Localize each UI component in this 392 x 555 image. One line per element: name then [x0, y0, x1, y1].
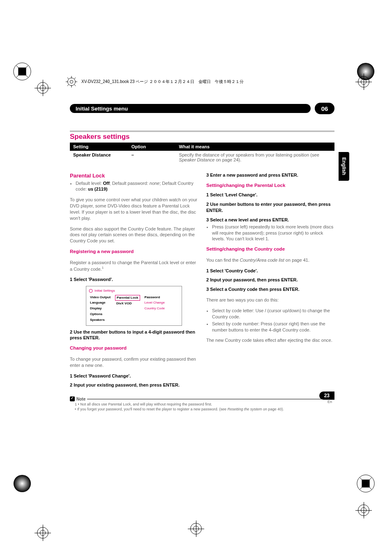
heading-change-password: Changing your password	[70, 345, 198, 352]
language-tab: English	[339, 152, 349, 181]
text-bold: Off	[103, 181, 110, 186]
menu-item: Password	[143, 295, 166, 300]
book-filename-text: XV-DV232_240_131.book 23 ページ ２００４年１２月２４日…	[81, 79, 244, 85]
step: 1 Select 'Password'.	[70, 276, 198, 283]
text: on page 41.	[284, 258, 309, 263]
svg-line-15	[67, 85, 69, 86]
step: 2 Input your password, then press ENTER.	[206, 277, 334, 283]
svg-rect-5	[362, 479, 369, 487]
menu-item: Language	[89, 300, 112, 306]
table-row: Speaker Distance – Specify the distance …	[70, 151, 334, 164]
step: 3 Enter a new password and press ENTER.	[206, 172, 334, 178]
bullet-list: Press (cursor left) repeatedly to lock m…	[212, 224, 334, 242]
cell-meaning: Specify the distance of your speakers fr…	[176, 151, 334, 164]
content-area: English Initial Settings menu 06 Speaker…	[70, 103, 334, 411]
menu-title-text: Initial Settings	[95, 289, 115, 293]
note-header: Note	[70, 396, 334, 401]
print-mark-icon	[12, 474, 32, 493]
svg-point-7	[70, 80, 73, 83]
onscreen-menu-screenshot: Initial Settings Video Output Language D…	[86, 286, 182, 326]
register-mark-icon	[190, 523, 202, 534]
register-mark-icon	[37, 527, 48, 539]
note-label: Note	[76, 397, 85, 401]
table-header-row: Setting Option What it means	[70, 143, 334, 151]
text: on page 40).	[262, 407, 284, 411]
gear-icon	[66, 76, 77, 88]
book-filename-line: XV-DV232_240_131.book 23 ページ ２００４年１２月２４日…	[66, 76, 330, 88]
register-mark-icon	[37, 82, 48, 94]
svg-line-14	[74, 78, 76, 79]
paragraph: To give you some control over what your …	[70, 197, 198, 221]
list-item: Select by code letter: Use / (cursor up/…	[212, 308, 334, 320]
menu-item-selected: Parental Lock	[115, 295, 140, 301]
step: 2 Use the number buttons to input a 4-di…	[70, 329, 198, 341]
note-text: 1 • Not all discs use Parental Lock, and…	[75, 402, 334, 406]
heading-parental-lock: Parental Lock	[70, 172, 198, 180]
menu-item: Video Output	[89, 295, 112, 300]
two-column-body: Parental Lock Default level: Off; Defaul…	[70, 169, 334, 389]
note-text: • If you forget your password, you'll ne…	[75, 407, 334, 411]
menu-grid: Video Output Language Display Options Sp…	[89, 295, 179, 323]
list-item: Press (cursor left) repeatedly to lock m…	[212, 224, 334, 242]
text-italic: none	[150, 181, 159, 186]
svg-rect-1	[18, 67, 26, 75]
chapter-header: Initial Settings menu 06	[70, 103, 334, 114]
text: on page 24).	[214, 157, 241, 162]
page: XV-DV232_240_131.book 23 ページ ２００４年１２月２４日…	[0, 0, 392, 555]
text-italic: Resetting the system	[228, 407, 262, 411]
page-language: En	[319, 400, 334, 404]
list-item: Select by code number: Press (cursor rig…	[212, 321, 334, 333]
text: You can find the	[206, 258, 240, 263]
menu-item: DivX VOD	[115, 301, 140, 306]
menu-item: Options	[89, 312, 112, 317]
defaults-list: Default level: Off; Default password: no…	[76, 180, 198, 193]
page-number: 23	[319, 391, 334, 400]
menu-col-2: Parental Lock DivX VOD	[115, 295, 140, 323]
register-mark-icon	[358, 76, 369, 88]
th-option: Option	[128, 143, 176, 151]
heading-register-password: Registering a new password	[70, 249, 198, 255]
menu-title: Initial Settings	[89, 289, 179, 293]
th-meaning: What it means	[176, 143, 334, 151]
menu-col-1: Video Output Language Display Options Sp…	[89, 295, 112, 323]
menu-item: Display	[89, 306, 112, 311]
svg-line-13	[74, 85, 76, 86]
step: 2 Use number buttons to enter your passw…	[206, 201, 334, 214]
paragraph: Register a password to change the Parent…	[70, 260, 198, 272]
step: 1 Select 'Level Change'.	[206, 192, 334, 198]
register-mark-icon	[358, 504, 369, 516]
svg-line-12	[67, 78, 69, 79]
footnote-ref: 1	[102, 266, 104, 269]
chapter-title: Initial Settings menu	[70, 104, 311, 113]
text: Default level:	[76, 181, 103, 186]
list-item: Default level: Off; Default password: no…	[76, 180, 198, 193]
paragraph: You can find the Country/Area code list …	[206, 257, 334, 263]
step: 2 Input your existing password, then pre…	[70, 382, 198, 388]
text-italic: Speaker Distance	[179, 157, 215, 162]
bullet-list: Select by code letter: Use / (cursor up/…	[212, 308, 334, 333]
step: 1 Select 'Country Code'.	[206, 268, 334, 274]
step: 1 Select 'Password Change'.	[70, 373, 198, 379]
cell-setting: Speaker Distance	[70, 151, 128, 164]
rule-icon	[70, 131, 334, 132]
cell-option: –	[128, 151, 176, 164]
svg-point-3	[14, 475, 31, 492]
paragraph: To change your password, confirm your ex…	[70, 356, 198, 368]
heading-set-lock: Setting/changing the Parental Lock	[206, 182, 334, 189]
print-mark-icon	[356, 474, 376, 493]
text-italic: Country/Area code list	[240, 258, 284, 263]
step: 3 Select a Country code then press ENTER…	[206, 286, 334, 292]
chapter-number: 06	[315, 103, 334, 114]
text: ; Default password:	[110, 181, 150, 186]
text: Specify the distance of your speakers fr…	[179, 152, 319, 157]
paragraph: Some discs also support the Country Code…	[70, 226, 198, 244]
text-bold: us (2119)	[88, 187, 108, 191]
section-title: Speakers settings	[70, 133, 334, 141]
svg-point-6	[68, 78, 76, 86]
settings-table: Setting Option What it means Speaker Dis…	[70, 143, 334, 164]
th-setting: Setting	[70, 143, 128, 151]
menu-item-disabled: Country Code	[143, 306, 166, 311]
print-mark-icon	[12, 62, 32, 81]
menu-item: Speakers	[89, 318, 112, 323]
note-icon	[70, 396, 75, 401]
